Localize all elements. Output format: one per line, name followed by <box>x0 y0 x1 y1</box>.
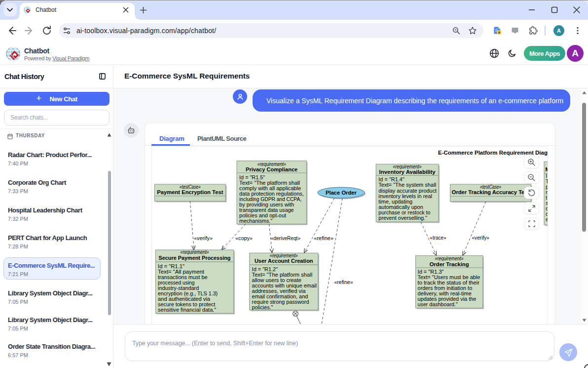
svg-text:encryption (e.g., TLS 1.3): encryption (e.g., TLS 1.3) <box>158 291 218 296</box>
svg-text:accounts with unique email: accounts with unique email <box>252 283 317 288</box>
svg-text:Order Tracking: Order Tracking <box>430 261 469 267</box>
svg-text:allow users to create: allow users to create <box>252 278 301 283</box>
svg-text:data protection regulations,: data protection regulations, <box>239 191 304 197</box>
svg-text:policies.": policies." <box>252 305 273 310</box>
svg-text:Id = "R1.4": Id = "R1.4" <box>378 177 404 182</box>
svg-text:time, updating: time, updating <box>378 199 412 204</box>
svg-text:User Account Creation: User Account Creation <box>255 258 313 264</box>
svg-text:timely email: timely email <box>546 195 548 201</box>
svg-text:status updates: status updates <box>546 201 548 206</box>
svg-text:Id = "R1.3": Id = "R1.3" <box>418 269 444 275</box>
svg-text:Text= "The system: Text= "The system <box>546 179 548 184</box>
svg-text:secure tokens to protect: secure tokens to protect <box>158 302 215 307</box>
svg-text:delivery alerts: delivery alerts <box>546 206 548 211</box>
svg-text:«verify»: «verify» <box>472 235 489 241</box>
svg-text:«requirement»: «requirement» <box>393 164 422 169</box>
svg-text:Order Tracking Accuracy Test: Order Tracking Accuracy Test <box>452 189 530 195</box>
svg-text:Id = "R1.2": Id = "R1.2" <box>252 267 278 272</box>
svg-text:to track the status of their: to track the status of their <box>418 280 480 286</box>
svg-text:Text= "The system shall: Text= "The system shall <box>378 182 436 188</box>
svg-text:display accurate product: display accurate product <box>378 188 437 194</box>
svg-text:«refine»: «refine» <box>334 280 353 285</box>
svg-text:Text= "The platform shall: Text= "The platform shall <box>252 272 313 278</box>
svg-text:Payment Encryption Test: Payment Encryption Test <box>157 189 223 195</box>
svg-text:automatically upon: automatically upon <box>378 204 423 210</box>
svg-text:provide secure: provide secure <box>546 184 548 190</box>
svg-text:sensitive financial data.": sensitive financial data." <box>158 307 217 313</box>
svg-text:«copy»: «copy» <box>235 236 253 241</box>
svg-text:Id = "R1.1": Id = "R1.1" <box>158 264 184 269</box>
svg-text:delivery, with real-time: delivery, with real-time <box>418 291 472 296</box>
svg-text:Id = "R1.5": Id = "R1.5" <box>239 175 265 180</box>
svg-text:email confirmation, and: email confirmation, and <box>252 294 308 299</box>
svg-text:registration with: registration with <box>546 190 548 195</box>
svg-text:require strong password: require strong password <box>252 299 309 305</box>
svg-text:«requirement»: «requirement» <box>435 256 464 261</box>
svg-text:«deriveReqt»: «deriveReqt» <box>271 236 300 241</box>
svg-text:by providing users with: by providing users with <box>239 202 294 207</box>
svg-text:Inventory Availability: Inventory Availability <box>379 169 436 175</box>
svg-text:email channels.": email channels." <box>546 217 548 222</box>
svg-text:Text= "All payment: Text= "All payment <box>158 269 204 275</box>
svg-text:updates provided via the: updates provided via the <box>418 296 477 302</box>
svg-text:«trace»: «trace» <box>430 235 446 241</box>
svg-text:policies and opt-out: policies and opt-out <box>239 213 286 218</box>
svg-text:industry-standard: industry-standard <box>158 286 199 291</box>
svg-text:Multi-Channel Alerts: Multi-Channel Alerts <box>546 166 549 172</box>
svg-text:«verify»: «verify» <box>194 236 213 241</box>
svg-text:Text= "The platform shall: Text= "The platform shall <box>239 180 300 186</box>
svg-text:including GDPR and CCPA,: including GDPR and CCPA, <box>239 197 301 202</box>
svg-text:and authenticated via: and authenticated via <box>158 296 210 302</box>
svg-text:inventory levels in real: inventory levels in real <box>378 194 432 199</box>
svg-text:orders from initiation to: orders from initiation to <box>418 286 473 291</box>
svg-text:«refine»: «refine» <box>314 236 333 241</box>
svg-text:«requirement»: «requirement» <box>270 253 298 258</box>
svg-text:comply with all applicable: comply with all applicable <box>239 186 301 191</box>
svg-text:Place Order: Place Order <box>326 190 357 196</box>
svg-text:addresses, verified via: addresses, verified via <box>252 288 306 294</box>
svg-text:Privacy Compliance: Privacy Compliance <box>246 166 297 172</box>
svg-text:Secure Payment Processing: Secure Payment Processing <box>159 255 231 261</box>
svg-text:orders placed: orders placed <box>546 211 548 217</box>
svg-text:prevent overselling.": prevent overselling." <box>378 215 427 221</box>
svg-text:transparent data usage: transparent data usage <box>239 207 294 213</box>
svg-text:processed using: processed using <box>158 280 195 286</box>
svg-text:Text= "Users must be able: Text= "Users must be able <box>418 275 480 280</box>
svg-text:purchase or restock to: purchase or restock to <box>378 210 430 215</box>
svg-text:«requirement»: «requirement» <box>181 249 209 255</box>
svg-text:transactions must be: transactions must be <box>158 275 208 280</box>
svg-text:E-Commerce Platform Requiremen: E-Commerce Platform Requirement Diagram <box>438 150 548 156</box>
svg-text:Id = "R1.6": Id = "R1.6" <box>546 173 548 179</box>
svg-text:user dashboard.": user dashboard." <box>418 302 458 307</box>
svg-text:mechanisms.": mechanisms." <box>239 218 272 224</box>
